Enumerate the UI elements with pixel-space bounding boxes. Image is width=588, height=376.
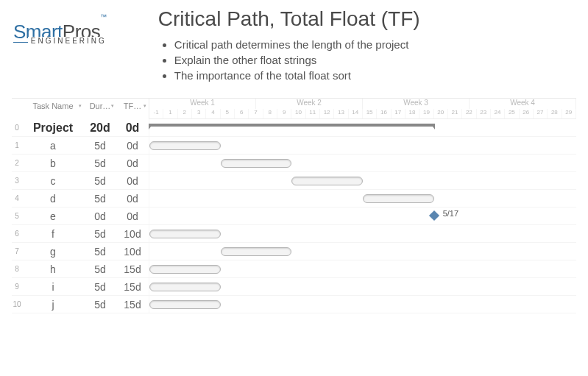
dropdown-icon[interactable]: ▾ <box>79 103 82 109</box>
col-tf-header[interactable]: TF…▾ <box>116 99 149 119</box>
row-number: 8 <box>12 262 22 276</box>
task-tf-cell[interactable]: 0d <box>116 207 149 225</box>
row-number: 7 <box>12 244 22 258</box>
task-dur-cell[interactable]: 5d <box>84 260 116 278</box>
task-name-cell[interactable]: g <box>22 243 84 260</box>
task-row[interactable]: 2b5d0d <box>12 155 576 172</box>
logo-rule: ENGINEERING <box>13 42 107 43</box>
day-label: -1 <box>149 109 163 118</box>
day-row: -112345678910111213141516171819202122232… <box>149 109 576 119</box>
day-label: 23 <box>477 109 491 118</box>
day-label: 9 <box>277 109 291 118</box>
gantt-bar[interactable] <box>291 177 363 185</box>
summary-bar[interactable] <box>149 124 434 127</box>
gantt-bar[interactable] <box>221 159 292 168</box>
dropdown-icon[interactable]: ▾ <box>144 103 146 109</box>
task-row[interactable]: 6f5d10d <box>12 225 576 243</box>
page-title: Critical Path, Total Float (TF) <box>158 7 420 31</box>
task-tf-cell[interactable]: 0d <box>116 172 149 190</box>
gantt-cell[interactable]: 5/17 <box>149 207 576 224</box>
gantt-bar[interactable] <box>149 141 221 150</box>
task-tf-cell[interactable]: 0d <box>116 137 149 155</box>
gantt-bar[interactable] <box>149 283 221 291</box>
task-name-cell[interactable]: a <box>22 137 84 155</box>
gantt-bar[interactable] <box>149 230 221 238</box>
task-row[interactable]: 1a5d0d <box>12 137 576 155</box>
sheet-header: Task Name▾ Dur…▾ TF…▾ Week 1Week 2Week 3… <box>12 98 576 119</box>
task-name-cell[interactable]: j <box>22 296 84 313</box>
logo: SmartPros™ ENGINEERING <box>13 21 107 43</box>
task-row[interactable]: 9i5d15d <box>12 278 576 296</box>
day-label: 13 <box>334 109 348 118</box>
task-row[interactable]: 7g5d10d <box>12 243 576 260</box>
task-name-cell[interactable]: d <box>22 190 84 207</box>
task-name-cell[interactable]: Project <box>22 118 84 138</box>
task-dur-cell[interactable]: 5d <box>84 155 116 172</box>
gantt-cell[interactable] <box>149 119 576 136</box>
day-label: 24 <box>491 109 505 118</box>
col-num-header <box>12 99 22 119</box>
task-row[interactable]: 0Project20d0d <box>12 119 576 137</box>
day-label: 28 <box>548 109 562 118</box>
task-tf-cell[interactable]: 0d <box>116 118 149 138</box>
task-name-cell[interactable]: h <box>22 260 84 278</box>
col-name-header[interactable]: Task Name▾ <box>22 99 84 119</box>
task-dur-cell[interactable]: 5d <box>84 225 116 243</box>
task-row[interactable]: 3c5d0d <box>12 172 576 190</box>
task-name-cell[interactable]: b <box>22 155 84 172</box>
task-name-cell[interactable]: e <box>22 207 84 225</box>
gantt-bar[interactable] <box>363 194 434 203</box>
task-tf-cell[interactable]: 10d <box>116 225 149 243</box>
day-label: 18 <box>405 109 419 118</box>
week-row: Week 1Week 2Week 3Week 4 <box>149 99 576 109</box>
task-dur-cell[interactable]: 5d <box>84 190 116 207</box>
gantt-cell[interactable] <box>149 278 576 295</box>
title-block: Critical Path, Total Float (TF) Critical… <box>158 7 420 85</box>
gantt-cell[interactable] <box>149 137 576 154</box>
task-row[interactable]: 4d5d0d <box>12 190 576 207</box>
task-tf-cell[interactable]: 15d <box>116 296 149 313</box>
row-number: 2 <box>12 156 22 170</box>
day-label: 4 <box>206 109 220 118</box>
day-label: 14 <box>349 109 363 118</box>
task-tf-cell[interactable]: 10d <box>116 243 149 260</box>
task-dur-cell[interactable]: 5d <box>84 296 116 313</box>
task-name-cell[interactable]: i <box>22 278 84 296</box>
gantt-cell[interactable] <box>149 172 576 189</box>
task-name-cell[interactable]: c <box>22 172 84 190</box>
gantt-cell[interactable] <box>149 190 576 207</box>
task-tf-cell[interactable]: 15d <box>116 260 149 278</box>
row-number: 4 <box>12 191 22 205</box>
gantt-cell[interactable] <box>149 155 576 171</box>
col-tf-label: TF… <box>124 102 141 110</box>
gantt-cell[interactable] <box>149 260 576 277</box>
task-row[interactable]: 10j5d15d <box>12 296 576 313</box>
col-dur-header[interactable]: Dur…▾ <box>84 99 116 119</box>
task-tf-cell[interactable]: 0d <box>116 190 149 207</box>
task-dur-cell[interactable]: 0d <box>84 207 116 225</box>
task-dur-cell[interactable]: 5d <box>84 137 116 155</box>
gantt-cell[interactable] <box>149 243 576 260</box>
gantt-cell[interactable] <box>149 296 576 313</box>
gantt-bar[interactable] <box>221 247 292 256</box>
day-label: 27 <box>534 109 548 118</box>
task-dur-cell[interactable]: 5d <box>84 172 116 190</box>
day-label: 20 <box>434 109 448 118</box>
gantt-bar[interactable] <box>149 300 221 309</box>
gantt-bar[interactable] <box>149 265 221 274</box>
task-dur-cell[interactable]: 20d <box>84 118 116 138</box>
gantt-cell[interactable] <box>149 225 576 242</box>
task-row[interactable]: 8h5d15d <box>12 260 576 278</box>
task-dur-cell[interactable]: 5d <box>84 243 116 260</box>
task-name-cell[interactable]: f <box>22 225 84 243</box>
task-dur-cell[interactable]: 5d <box>84 278 116 296</box>
row-number: 10 <box>12 297 22 311</box>
task-row[interactable]: 5e0d0d5/17 <box>12 207 576 225</box>
task-tf-cell[interactable]: 0d <box>116 155 149 172</box>
milestone-icon[interactable] <box>429 210 439 221</box>
dropdown-icon[interactable]: ▾ <box>111 103 114 109</box>
task-tf-cell[interactable]: 15d <box>116 278 149 296</box>
row-number: 0 <box>12 121 22 135</box>
bullet-item: Critical path determines the length of t… <box>174 38 420 51</box>
header: SmartPros™ ENGINEERING Critical Path, To… <box>0 0 588 98</box>
